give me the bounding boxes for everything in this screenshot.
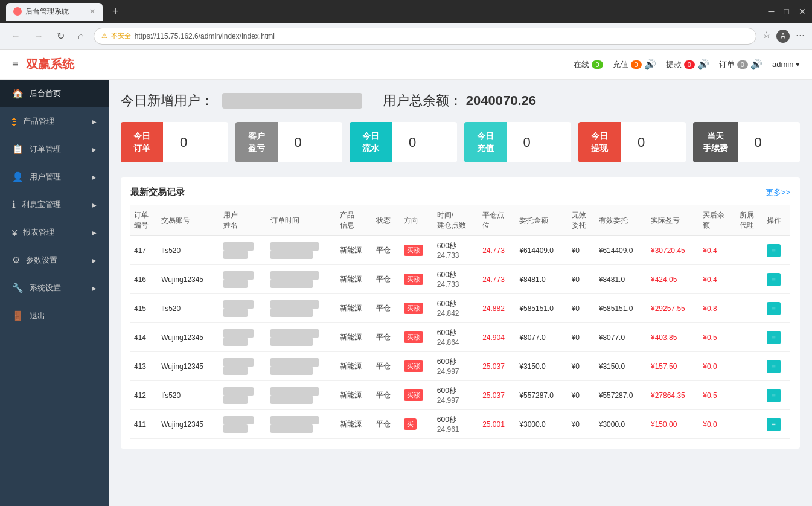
chevron-right-icon-interest: ▶ <box>92 202 97 208</box>
header-right: 在线 0 充值 0 🔊 提款 0 🔊 订单 0 🔊 admin ▾ <box>574 59 800 70</box>
today-recharge-card: 今日充值 0 <box>464 122 572 162</box>
detail-button[interactable]: ≡ <box>767 331 781 344</box>
browser-chrome: 后台管理系统 ✕ + ─ □ ✕ <box>0 0 812 23</box>
withdraw-count: 0 <box>684 60 695 69</box>
cell-action[interactable]: ≡ <box>763 265 790 294</box>
address-input[interactable]: ⚠ 不安全 https://115.75.162.6/admin/index/i… <box>94 28 756 45</box>
admin-dropdown-button[interactable]: admin ▾ <box>772 60 800 69</box>
security-label: 不安全 <box>111 31 131 40</box>
cell-agent <box>736 323 763 352</box>
online-badge: 在线 0 <box>574 59 603 70</box>
cell-time: ░░░░░░░░░░░░░ <box>267 236 336 265</box>
today-fee-value: 0 <box>745 135 772 150</box>
maximize-button[interactable]: □ <box>784 7 789 16</box>
table-section: 最新交易记录 更多>> 订单编号 交易账号 用户姓名 订单时间 产品信息 状态 … <box>121 177 800 449</box>
cell-order-id: 411 <box>130 410 158 439</box>
cell-product: 新能源 <box>336 294 372 323</box>
more-options-icon[interactable]: ⋯ <box>796 30 805 43</box>
order-label: 订单 <box>719 59 735 70</box>
recharge-badge: 充值 0 🔊 <box>613 59 656 70</box>
today-flow-card: 今日流水 0 <box>350 122 457 162</box>
chevron-right-icon-params: ▶ <box>92 257 97 264</box>
cell-action[interactable]: ≡ <box>763 294 790 323</box>
detail-button[interactable]: ≡ <box>767 418 781 431</box>
cell-action[interactable]: ≡ <box>763 352 790 381</box>
cell-product: 新能源 <box>336 352 372 381</box>
star-icon[interactable]: ☆ <box>762 30 770 43</box>
cell-name: ░░░░░ <box>220 294 267 323</box>
cell-action[interactable]: ≡ <box>763 381 790 410</box>
order-sound-icon[interactable]: 🔊 <box>750 59 762 70</box>
tab-close-button[interactable]: ✕ <box>89 7 95 16</box>
cell-action[interactable]: ≡ <box>763 236 790 265</box>
sidebar-item-orders[interactable]: 📋 订单管理 ▶ <box>0 135 109 163</box>
sidebar-item-users[interactable]: 👤 用户管理 ▶ <box>0 163 109 191</box>
close-button[interactable]: ✕ <box>799 7 806 16</box>
transactions-table: 订单编号 交易账号 用户姓名 订单时间 产品信息 状态 方向 时间/建仓点数 平… <box>130 205 790 439</box>
detail-button[interactable]: ≡ <box>767 389 781 402</box>
orders-icon: 📋 <box>12 144 24 155</box>
sidebar-item-interest[interactable]: ℹ 利息宝管理 ▶ <box>0 191 109 219</box>
today-orders-label: 今日订单 <box>121 122 163 162</box>
logout-icon: 🚪 <box>12 310 24 321</box>
col-account: 交易账号 <box>158 205 220 236</box>
cell-time: ░░░░░░░░░░░░░ <box>267 294 336 323</box>
detail-button[interactable]: ≡ <box>767 360 781 373</box>
recharge-sound-icon[interactable]: 🔊 <box>644 59 656 70</box>
col-invalid: 无效委托 <box>568 205 595 236</box>
cell-account: lfs520 <box>158 381 220 410</box>
cell-account: Wujing12345 <box>158 265 220 294</box>
order-badge: 订单 0 🔊 <box>719 59 762 70</box>
cell-duration: 600秒24.842 <box>433 294 479 323</box>
cell-agent <box>736 236 763 265</box>
forward-button[interactable]: → <box>30 28 47 44</box>
cell-account: Wujing12345 <box>158 323 220 352</box>
table-row: 413 Wujing12345 ░░░░░ ░░░░░░░░░░░░░ 新能源 … <box>130 352 790 381</box>
col-amount: 委托金额 <box>516 205 567 236</box>
sidebar-item-dashboard[interactable]: 🏠 后台首页 <box>0 80 109 107</box>
cell-valid: ¥614409.0 <box>595 236 647 265</box>
cell-pnl: ¥403.85 <box>647 323 699 352</box>
minimize-button[interactable]: ─ <box>769 7 775 16</box>
user-profile-icon[interactable]: A <box>776 30 790 43</box>
cell-agent <box>736 381 763 410</box>
app-body: 🏠 后台首页 ₿ 产品管理 ▶ 📋 订单管理 ▶ 👤 用户管理 ▶ ℹ 利息宝管… <box>0 80 812 506</box>
security-warning-icon: ⚠ <box>101 32 107 40</box>
table-row: 414 Wujing12345 ░░░░░ ░░░░░░░░░░░░░ 新能源 … <box>130 323 790 352</box>
sidebar-item-users-label: 用户管理 <box>30 171 92 182</box>
sidebar-item-reports[interactable]: ¥ 报表管理 ▶ <box>0 219 109 246</box>
detail-button[interactable]: ≡ <box>767 302 781 315</box>
tab-favicon <box>13 7 22 16</box>
cell-direction: 买涨 <box>400 323 433 352</box>
hamburger-menu-button[interactable]: ≡ <box>12 58 19 71</box>
products-icon: ₿ <box>12 117 17 127</box>
more-link[interactable]: 更多>> <box>766 187 790 198</box>
detail-button[interactable]: ≡ <box>767 273 781 286</box>
sidebar-item-products[interactable]: ₿ 产品管理 ▶ <box>0 107 109 135</box>
detail-button[interactable]: ≡ <box>767 244 781 257</box>
sidebar-item-params[interactable]: ⚙ 参数设置 ▶ <box>0 246 109 274</box>
home-button[interactable]: ⌂ <box>74 28 88 44</box>
cell-time: ░░░░░░░░░░░░░ <box>267 410 336 439</box>
cell-balance: ¥0.4 <box>699 236 735 265</box>
new-tab-button[interactable]: + <box>107 5 124 18</box>
back-button[interactable]: ← <box>7 28 24 44</box>
cell-invalid: ¥0 <box>568 352 595 381</box>
refresh-button[interactable]: ↻ <box>53 28 68 44</box>
today-flow-value: 0 <box>399 135 426 150</box>
cell-action[interactable]: ≡ <box>763 323 790 352</box>
active-tab[interactable]: 后台管理系统 ✕ <box>6 3 103 21</box>
sidebar-item-system[interactable]: 🔧 系统设置 ▶ <box>0 274 109 302</box>
col-product: 产品信息 <box>336 205 372 236</box>
cell-invalid: ¥0 <box>568 381 595 410</box>
cell-product: 新能源 <box>336 410 372 439</box>
cell-time: ░░░░░░░░░░░░░ <box>267 265 336 294</box>
withdraw-sound-icon[interactable]: 🔊 <box>697 59 709 70</box>
cell-amount: ¥8481.0 <box>516 265 567 294</box>
cell-amount: ¥3150.0 <box>516 352 567 381</box>
cell-direction: 买涨 <box>400 294 433 323</box>
sidebar-item-logout[interactable]: 🚪 退出 <box>0 302 109 330</box>
chevron-right-icon-orders: ▶ <box>92 146 97 153</box>
cell-pnl: ¥30720.45 <box>647 236 699 265</box>
cell-action[interactable]: ≡ <box>763 410 790 439</box>
